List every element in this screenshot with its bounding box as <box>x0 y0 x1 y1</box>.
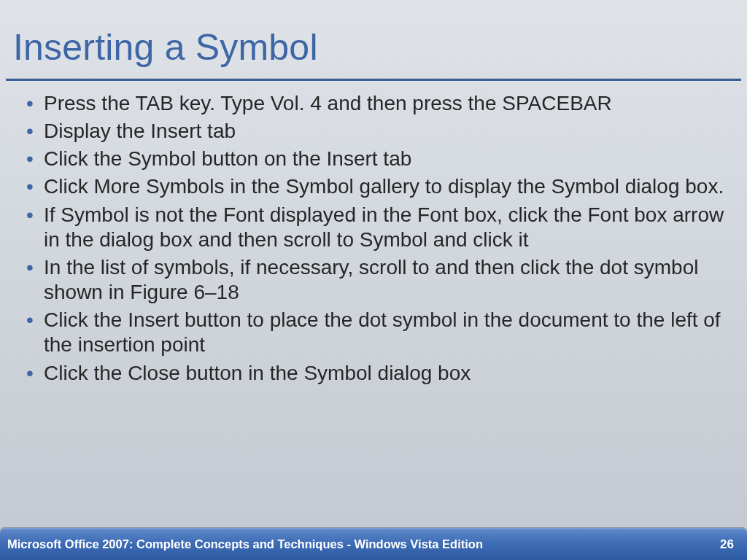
bullet-item: Click the Close button in the Symbol dia… <box>22 361 725 386</box>
bullet-item: Press the TAB key. Type Vol. 4 and then … <box>22 91 725 116</box>
slide-footer: Microsoft Office 2007: Complete Concepts… <box>0 528 747 560</box>
bullet-item: In the list of symbols, if necessary, sc… <box>22 255 725 305</box>
title-area: Inserting a Symbol <box>0 0 747 74</box>
footer-text: Microsoft Office 2007: Complete Concepts… <box>7 537 483 551</box>
slide-title: Inserting a Symbol <box>13 26 734 69</box>
bullet-item: Click More Symbols in the Symbol gallery… <box>22 174 725 199</box>
slide: Inserting a Symbol Press the TAB key. Ty… <box>0 0 747 560</box>
page-number: 26 <box>720 537 734 552</box>
bullet-item: Click the Symbol button on the Insert ta… <box>22 147 725 171</box>
bullet-item: If Symbol is not the Font displayed in t… <box>22 203 725 252</box>
bullet-item: Click the Insert button to place the dot… <box>22 308 725 357</box>
bullet-list: Press the TAB key. Type Vol. 4 and then … <box>22 91 725 386</box>
slide-body: Press the TAB key. Type Vol. 4 and then … <box>0 81 747 560</box>
bullet-item: Display the Insert tab <box>22 119 725 144</box>
